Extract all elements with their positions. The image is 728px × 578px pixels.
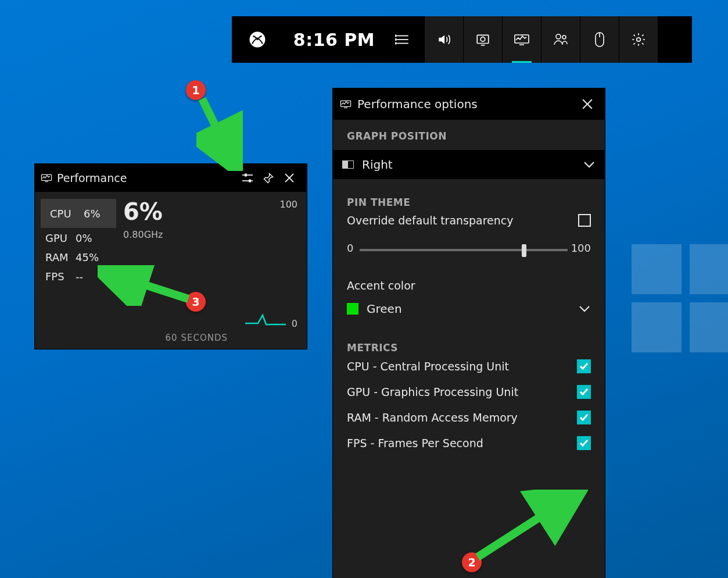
svg-rect-22 <box>249 180 251 183</box>
metrics-list: CPU6% GPU0% RAM45% FPS-- <box>41 199 116 343</box>
game-bar-topbar: 8:16 PM <box>232 16 692 63</box>
svg-point-12 <box>556 34 561 39</box>
annotation-arrow-1 <box>196 95 243 171</box>
svg-point-6 <box>395 42 396 44</box>
override-transparency-row[interactable]: Override default transparency <box>347 214 591 227</box>
selected-metric-value: 6% <box>123 200 163 223</box>
accent-color-select[interactable]: Green <box>347 295 591 322</box>
override-transparency-checkbox[interactable] <box>578 214 591 227</box>
metric-option-cpu[interactable]: CPU - Central Processing Unit <box>347 359 591 373</box>
slider-max: 100 <box>571 242 591 254</box>
widgets-menu-icon[interactable] <box>385 34 420 45</box>
annotation-badge-3: 3 <box>186 292 206 312</box>
slider-thumb[interactable] <box>522 244 526 257</box>
svg-point-13 <box>562 35 566 39</box>
metric-option-gpu[interactable]: GPU - Graphics Processing Unit <box>347 385 591 399</box>
performance-widget-header: Performance <box>35 164 307 192</box>
graph-x-label: 60 SECONDS <box>166 333 228 343</box>
sparkline <box>245 312 286 327</box>
chevron-down-icon <box>578 305 591 313</box>
metrics-heading: METRICS <box>347 342 591 354</box>
svg-rect-7 <box>477 35 489 43</box>
settings-button[interactable] <box>619 16 658 63</box>
performance-graph: 100 0 60 SECONDS <box>163 199 297 343</box>
metric-option-fps[interactable]: FPS - Frames Per Second <box>347 436 591 450</box>
graph-y-min: 0 <box>292 318 297 329</box>
svg-rect-21 <box>245 174 247 177</box>
svg-point-4 <box>395 35 396 36</box>
metric-option-label: RAM - Random Access Memory <box>347 411 518 424</box>
svg-line-29 <box>202 99 232 160</box>
metric-row-gpu[interactable]: GPU0% <box>41 229 116 247</box>
metric-option-label: FPS - Frames Per Second <box>347 437 483 449</box>
metric-option-label: GPU - Graphics Processing Unit <box>347 386 518 398</box>
xbox-icon[interactable] <box>232 31 283 48</box>
metric-option-checkbox[interactable] <box>577 359 591 373</box>
options-panel-title: Performance options <box>357 97 478 111</box>
transparency-slider[interactable]: 0 100 <box>347 243 591 257</box>
accent-color-value: Green <box>367 302 402 316</box>
graph-position-value: Right <box>362 158 393 172</box>
selected-metric-subvalue: 0.80GHz <box>123 229 163 240</box>
performance-widget-title: Performance <box>57 172 127 184</box>
metric-row-ram[interactable]: RAM45% <box>41 248 116 266</box>
clock: 8:16 PM <box>283 30 385 50</box>
performance-options-button[interactable] <box>237 167 258 188</box>
close-button[interactable] <box>578 95 597 113</box>
performance-icon <box>340 99 352 109</box>
performance-options-panel: Performance options GRAPH POSITION Right… <box>333 88 605 578</box>
mouse-settings-button[interactable] <box>580 16 619 63</box>
metric-option-label: CPU - Central Processing Unit <box>347 360 509 373</box>
metric-row-cpu[interactable]: CPU6% <box>41 199 116 228</box>
close-button[interactable] <box>279 167 300 188</box>
slider-min: 0 <box>347 242 353 254</box>
xbox-social-button[interactable] <box>541 16 580 63</box>
annotation-badge-2: 2 <box>462 552 482 572</box>
graph-y-max: 100 <box>279 199 297 210</box>
svg-point-16 <box>637 38 641 42</box>
graph-position-select[interactable]: Right <box>333 150 605 179</box>
audio-button[interactable] <box>425 16 463 63</box>
graph-position-heading: GRAPH POSITION <box>347 130 591 142</box>
accent-color-swatch <box>347 303 358 315</box>
accent-color-heading: Accent color <box>347 279 591 292</box>
metric-option-checkbox[interactable] <box>577 436 591 450</box>
override-transparency-label: Override default transparency <box>347 214 514 227</box>
performance-icon <box>41 173 52 183</box>
pin-theme-heading: PIN THEME <box>347 197 591 208</box>
metric-option-checkbox[interactable] <box>577 411 591 424</box>
metric-row-fps[interactable]: FPS-- <box>41 267 116 286</box>
svg-point-5 <box>395 39 396 40</box>
metric-option-checkbox[interactable] <box>577 385 591 399</box>
pin-button[interactable] <box>258 167 279 188</box>
metric-option-ram[interactable]: RAM - Random Access Memory <box>347 411 591 424</box>
graph-position-icon <box>342 160 354 169</box>
performance-button[interactable] <box>503 16 541 63</box>
annotation-badge-1: 1 <box>186 80 206 100</box>
performance-widget: Performance CPU6% GPU0% RAM45% FPS-- 6% … <box>35 164 307 349</box>
svg-point-8 <box>480 37 485 42</box>
capture-button[interactable] <box>464 16 502 63</box>
chevron-down-icon <box>583 160 596 169</box>
